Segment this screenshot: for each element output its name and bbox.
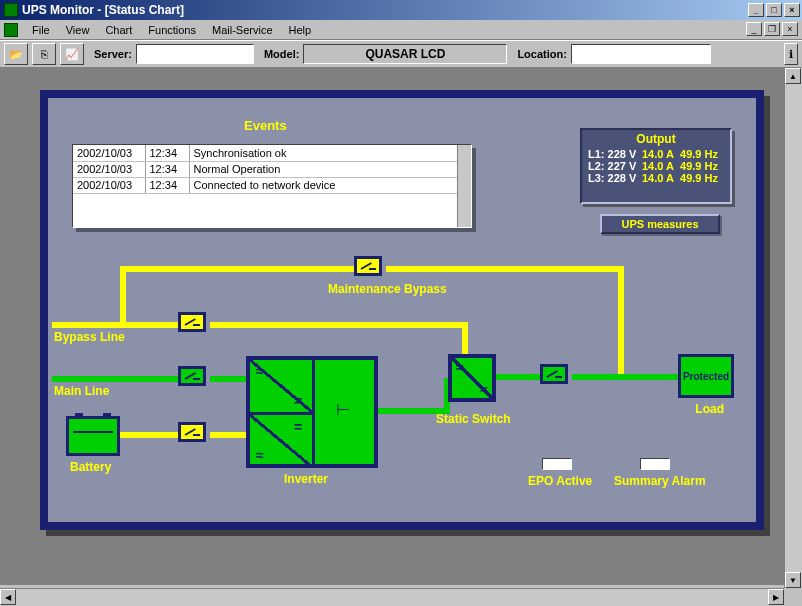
horizontal-scrollbar[interactable]: ◀ ▶ [0,588,784,606]
menu-functions[interactable]: Functions [140,22,204,38]
bypass-line [52,322,178,328]
table-row[interactable]: 2002/10/03 12:34 Synchronisation ok [73,145,471,161]
menu-help[interactable]: Help [281,22,320,38]
menu-chart[interactable]: Chart [97,22,140,38]
table-row[interactable]: 2002/10/03 12:34 Connected to network de… [73,177,471,193]
window-title: UPS Monitor - [Status Chart] [22,3,748,17]
minimize-button[interactable]: _ [748,3,764,17]
output-row-l2: L2: 227 V 14.0 A 49.9 Hz [588,160,724,172]
model-label: Model: [264,48,299,60]
event-date: 2002/10/03 [73,161,145,177]
toolbar: 📂 ⎘ 📈 Server: Model: QUASAR LCD Location… [0,40,802,68]
output-row-l1: L1: 228 V 14.0 A 49.9 Hz [588,148,724,160]
summary-alarm-indicator [640,458,670,470]
static-switch-block[interactable]: ≈ ≈ [448,354,496,402]
location-input[interactable] [571,44,711,64]
events-heading: Events [244,118,287,133]
ups-measures-button[interactable]: UPS measures [600,214,720,234]
bypass-line [210,322,468,328]
load-line [572,374,678,380]
mdi-restore-button[interactable]: ❐ [764,22,780,36]
toolbar-info-button[interactable]: ℹ [784,43,798,65]
igbt-icon: ⊢ [336,400,350,419]
maximize-button[interactable]: □ [766,3,782,17]
battery-line [210,432,250,438]
menu-bar: File View Chart Functions Mail-Service H… [0,20,802,40]
vertical-scrollbar[interactable]: ▲ ▼ [784,68,802,588]
table-row[interactable]: 2002/10/03 12:34 Normal Operation [73,161,471,177]
output-row-l3: L3: 228 V 14.0 A 49.9 Hz [588,172,724,184]
load-block[interactable]: Protected [678,354,734,398]
event-msg: Normal Operation [189,161,471,177]
event-msg: Connected to network device [189,177,471,193]
bypass-switch[interactable] [178,312,206,332]
server-label: Server: [94,48,132,60]
load-line [496,374,540,380]
event-date: 2002/10/03 [73,145,145,161]
battery-label: Battery [70,460,111,474]
client-area: Events 2002/10/03 12:34 Synchronisation … [0,68,802,585]
menu-view[interactable]: View [58,22,98,38]
maint-bypass-line [618,266,624,376]
battery-line [120,432,178,438]
output-title: Output [588,132,724,146]
maint-bypass-line [120,266,126,324]
scroll-right-button[interactable]: ▶ [768,589,784,605]
epo-label: EPO Active [528,474,592,488]
output-panel: Output L1: 228 V 14.0 A 49.9 Hz L2: 227 … [580,128,732,204]
toolbar-chart-button[interactable]: 📈 [60,43,84,65]
event-time: 12:34 [145,177,189,193]
event-msg: Synchronisation ok [189,145,471,161]
main-line [210,376,250,382]
battery-block[interactable] [66,416,120,456]
main-line-switch[interactable] [178,366,206,386]
toolbar-open-button[interactable]: 📂 [4,43,28,65]
inverter-block[interactable]: ≈ = ≈ = ⊢ [246,356,378,468]
scrollbar-corner [784,588,802,606]
inverter-label: Inverter [284,472,328,486]
static-switch-label: Static Switch [436,412,511,426]
event-time: 12:34 [145,145,189,161]
toolbar-connect-button[interactable]: ⎘ [32,43,56,65]
close-button[interactable]: × [784,3,800,17]
event-date: 2002/10/03 [73,177,145,193]
maint-bypass-switch[interactable] [354,256,382,276]
event-time: 12:34 [145,161,189,177]
mdi-minimize-button[interactable]: _ [746,22,762,36]
status-chart-panel: Events 2002/10/03 12:34 Synchronisation … [40,90,764,530]
title-bar: UPS Monitor - [Status Chart] _ □ × [0,0,802,20]
maint-bypass-label: Maintenance Bypass [328,282,447,296]
events-scrollbar[interactable] [457,145,471,227]
location-label: Location: [517,48,567,60]
scroll-left-button[interactable]: ◀ [0,589,16,605]
server-input[interactable] [136,44,254,64]
mdi-close-button[interactable]: × [782,22,798,36]
scroll-down-button[interactable]: ▼ [785,572,801,588]
app-icon [4,3,18,17]
load-label: Load [695,402,724,416]
load-switch[interactable] [540,364,568,384]
battery-switch[interactable] [178,422,206,442]
main-line-label: Main Line [54,384,109,398]
main-line [52,376,178,382]
epo-indicator [542,458,572,470]
model-display: QUASAR LCD [303,44,507,64]
summary-alarm-label: Summary Alarm [614,474,706,488]
events-table[interactable]: 2002/10/03 12:34 Synchronisation ok 2002… [72,144,472,228]
maint-bypass-line [120,266,354,272]
bypass-line-label: Bypass Line [54,330,125,344]
menu-file[interactable]: File [24,22,58,38]
menu-mail-service[interactable]: Mail-Service [204,22,281,38]
mdi-icon [4,23,18,37]
scroll-up-button[interactable]: ▲ [785,68,801,84]
maint-bypass-line [386,266,624,272]
